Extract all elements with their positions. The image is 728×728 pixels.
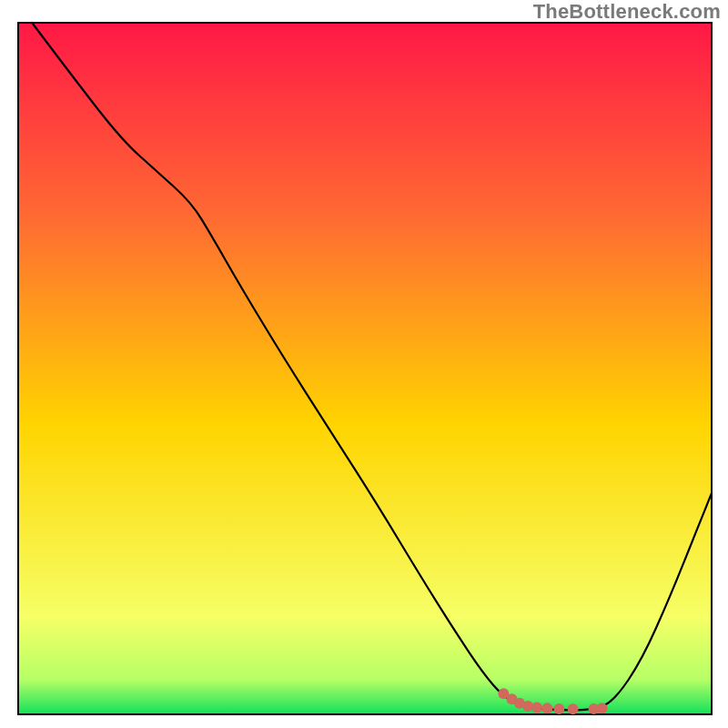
plot-background [18, 23, 712, 714]
watermark-text: TheBottleneck.com [533, 0, 721, 24]
highlight-dot [531, 702, 542, 713]
chart-container: TheBottleneck.com [0, 0, 728, 728]
highlight-dot [553, 703, 564, 714]
highlight-dot [568, 703, 579, 714]
bottleneck-chart [0, 0, 728, 728]
highlight-dot [597, 703, 608, 713]
highlight-dot [541, 703, 552, 713]
